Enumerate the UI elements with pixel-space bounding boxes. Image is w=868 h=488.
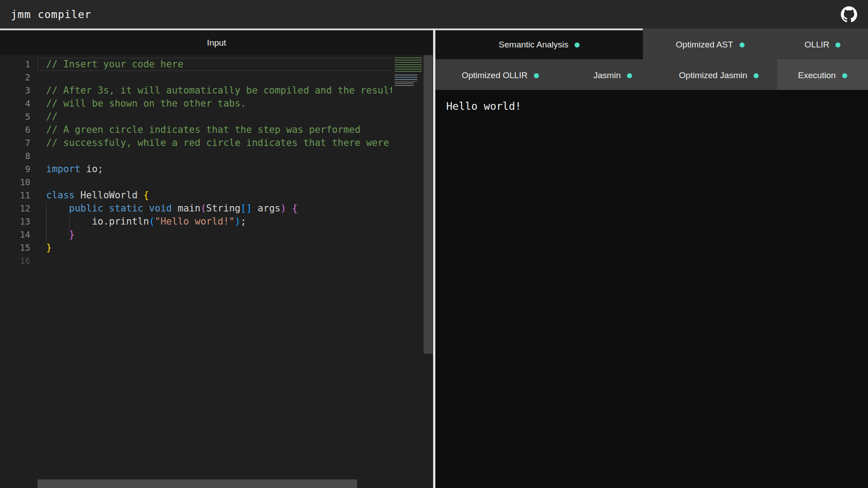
code-text: io.println("Hello world!"); (46, 215, 246, 228)
tab-execution[interactable]: Execution (777, 59, 868, 90)
app-title: jmm compiler (11, 9, 91, 20)
line-number: 15 (0, 241, 30, 254)
status-dot-icon (754, 73, 759, 78)
code-text: } (46, 241, 52, 254)
vertical-scrollbar-thumb[interactable] (424, 55, 433, 354)
line-number: 12 (0, 202, 30, 215)
editor-line[interactable]: 4// will be shown on the other tabs. (0, 97, 433, 110)
minimap-code-stripes-2 (395, 83, 414, 86)
code-text: // A green circle indicates that the ste… (46, 123, 360, 136)
input-panel: Input 1// Insert your code here23// Afte… (0, 28, 433, 488)
tab-label: Optimized OLLIR (462, 70, 528, 80)
tab-optimized-ast[interactable]: Optimized AST (643, 28, 777, 59)
editor-line[interactable]: 1// Insert your code here (0, 58, 433, 71)
editor-line[interactable]: 8 (0, 150, 433, 163)
line-number: 7 (0, 136, 30, 150)
horizontal-scrollbar-thumb[interactable] (38, 479, 357, 488)
editor-line[interactable]: 3// After 3s, it will automatically be c… (0, 84, 433, 97)
line-number: 10 (0, 176, 30, 189)
tab-label: Execution (798, 70, 835, 80)
code-text: import io; (46, 163, 103, 176)
line-number: 9 (0, 163, 30, 176)
minimap[interactable] (392, 55, 424, 488)
code-editor[interactable]: 1// Insert your code here23// After 3s, … (0, 55, 433, 488)
code-text: // successfuly, while a red circle indic… (46, 136, 389, 150)
code-text: class HelloWorld { (46, 189, 149, 202)
main-split: Input 1// Insert your code here23// Afte… (0, 28, 868, 488)
tab-label: OLLIR (805, 40, 830, 50)
editor-line[interactable]: 15} (0, 241, 433, 254)
line-number: 1 (0, 58, 30, 71)
tab-row-1: Semantic AnalysisOptimized ASTOLLIR (435, 28, 868, 59)
code-text: public static void main(String[] args) { (46, 202, 297, 215)
execution-output-area: Hello world! (435, 90, 868, 488)
tab-jasmin[interactable]: Jasmin (565, 59, 660, 90)
editor-line[interactable]: 2 (0, 71, 433, 84)
status-dot-icon (740, 42, 745, 47)
editor-line[interactable]: 6// A green circle indicates that the st… (0, 123, 433, 136)
code-text: } (46, 228, 75, 241)
editor-line[interactable]: 5// (0, 110, 433, 123)
app-bar: jmm compiler (0, 0, 868, 28)
execution-output-text: Hello world! (446, 100, 868, 112)
status-dot-icon (627, 73, 632, 78)
tab-row-2: Optimized OLLIRJasminOptimized JasminExe… (435, 59, 868, 90)
code-text: // After 3s, it will automatically be co… (46, 84, 395, 97)
tab-label: Jasmin (594, 70, 621, 80)
line-number: 8 (0, 150, 30, 163)
result-panel: Semantic AnalysisOptimized ASTOLLIR Opti… (435, 28, 868, 488)
line-number: 11 (0, 189, 30, 202)
editor-line[interactable]: 10 (0, 176, 433, 189)
tab-optimized-jasmin[interactable]: Optimized Jasmin (660, 59, 777, 90)
tab-input-label: Input (207, 38, 226, 48)
tab-input[interactable]: Input (0, 28, 433, 55)
editor-lines: 1// Insert your code here23// After 3s, … (0, 55, 433, 267)
code-text: // (46, 110, 57, 123)
tab-label: Semantic Analysis (499, 40, 568, 50)
status-dot-icon (575, 42, 580, 47)
line-number: 2 (0, 71, 30, 84)
tab-label: Optimized AST (676, 40, 733, 50)
editor-line[interactable]: 11class HelloWorld { (0, 189, 433, 202)
line-number: 3 (0, 84, 30, 97)
status-dot-icon (835, 42, 840, 47)
editor-line[interactable]: 7// successfuly, while a red circle indi… (0, 136, 433, 150)
line-number: 5 (0, 110, 30, 123)
line-number: 13 (0, 215, 30, 228)
code-text: // Insert your code here (46, 58, 183, 71)
line-number: 6 (0, 123, 30, 136)
status-dot-icon (534, 73, 539, 78)
code-text: // will be shown on the other tabs. (46, 97, 246, 110)
tab-ollir[interactable]: OLLIR (777, 28, 868, 59)
editor-line[interactable]: 9import io; (0, 163, 433, 176)
tab-optimized-ollir[interactable]: Optimized OLLIR (435, 59, 565, 90)
line-number: 14 (0, 228, 30, 241)
editor-line[interactable]: 12 public static void main(String[] args… (0, 202, 433, 215)
tab-label: Optimized Jasmin (679, 70, 747, 80)
line-number: 16 (0, 254, 30, 267)
editor-line[interactable]: 16 (0, 254, 433, 267)
line-number: 4 (0, 97, 30, 110)
minimap-code-stripes (395, 75, 417, 82)
github-icon[interactable] (841, 6, 857, 23)
status-dot-icon (842, 73, 847, 78)
tab-semantic-analysis[interactable]: Semantic Analysis (435, 28, 643, 59)
minimap-comment-stripes (395, 57, 422, 72)
editor-line[interactable]: 14 } (0, 228, 433, 241)
editor-line[interactable]: 13 io.println("Hello world!"); (0, 215, 433, 228)
